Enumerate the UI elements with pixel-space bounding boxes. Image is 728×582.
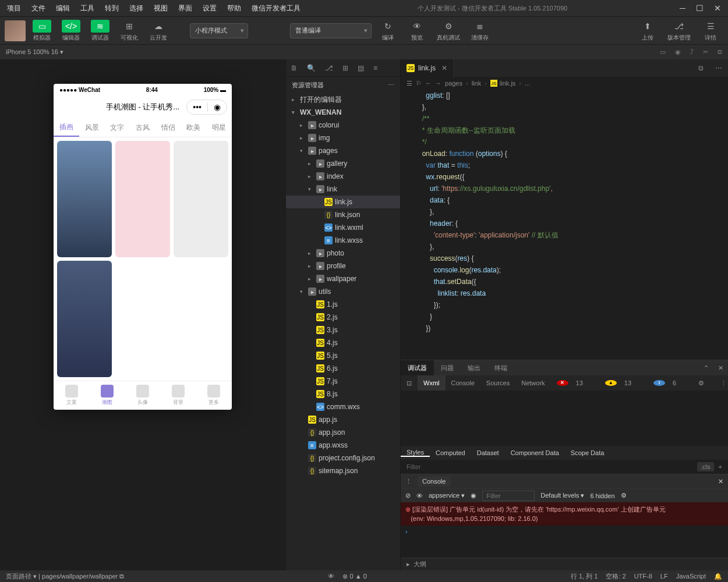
page-path[interactable]: 页面路径 ▾ | pages/wallpaper/wallpaper ⧉ xyxy=(6,572,124,581)
tree-item-colorui[interactable]: ▸▸colorui xyxy=(286,119,400,132)
console-prompt[interactable]: › xyxy=(401,526,728,537)
dbg-tab[interactable]: 输出 xyxy=(461,360,487,375)
close-tab-icon[interactable]: ✕ xyxy=(441,64,447,72)
visibility-icon[interactable]: 👁 xyxy=(328,573,334,580)
tree-item-link.js[interactable]: JSlink.js xyxy=(286,196,400,208)
tree-item-wallpaper[interactable]: ▸▸wallpaper xyxy=(286,272,400,285)
visual-button[interactable]: ⊞可视化 xyxy=(116,19,142,43)
menu-设置[interactable]: 设置 xyxy=(198,1,221,16)
compile-button[interactable]: ↻编译 xyxy=(375,19,401,43)
search-icon[interactable]: 🔍 xyxy=(307,64,316,72)
tree-item-8.js[interactable]: JS8.js xyxy=(286,388,400,400)
clear-console-icon[interactable]: ⊘ xyxy=(405,492,411,499)
capsule-button[interactable]: •••◉ xyxy=(186,100,227,115)
tree-item-sitemap.json[interactable]: {}sitemap.json xyxy=(286,464,400,477)
minimize-icon[interactable]: ─ xyxy=(680,3,685,13)
tree-item-utils[interactable]: ▾▸utils xyxy=(286,285,400,298)
copy-icon[interactable]: ⧉ xyxy=(718,48,722,56)
version-button[interactable]: ⎇版本管理 xyxy=(664,19,694,43)
files-icon[interactable]: 🗎 xyxy=(291,64,298,72)
styles-tab[interactable]: Scope Data xyxy=(565,449,610,456)
tree-item-link.wxss[interactable]: ≡link.wxss xyxy=(286,234,400,247)
db-icon[interactable]: ≡ xyxy=(373,64,377,72)
extension-icon[interactable]: ⊞ xyxy=(342,64,348,72)
filter-input[interactable]: Filter xyxy=(407,463,420,470)
sources-tab[interactable]: Sources xyxy=(480,375,515,391)
info-badge[interactable]: i6 xyxy=(648,379,688,386)
inspect-icon[interactable]: ⊡ xyxy=(401,375,418,391)
menu-选择[interactable]: 选择 xyxy=(125,1,148,16)
phone-tab[interactable]: 欧美 xyxy=(181,119,207,137)
menu-项目[interactable]: 项目 xyxy=(2,1,26,16)
phone-tab[interactable]: 古风 xyxy=(130,119,156,137)
phone-tab[interactable]: 文字 xyxy=(104,119,130,137)
tree-item-4.js[interactable]: JS4.js xyxy=(286,336,400,349)
more-icon[interactable]: ⋮ xyxy=(715,379,728,387)
cls-toggle[interactable]: .cls xyxy=(697,462,714,471)
wallpaper-tile[interactable] xyxy=(57,261,112,377)
tabbar-item[interactable]: 更多 xyxy=(196,381,232,410)
console-tab[interactable]: Console xyxy=(446,375,480,391)
compile-dropdown[interactable]: 普通编译 xyxy=(290,23,372,38)
dbg-tab[interactable]: 问题 xyxy=(434,360,461,375)
menu-编辑[interactable]: 编辑 xyxy=(51,1,75,16)
simulator-button[interactable]: ▭模拟器 xyxy=(29,19,55,43)
wallpaper-tile[interactable] xyxy=(57,141,112,257)
opened-editors-section[interactable]: ▸打开的编辑器 xyxy=(286,93,400,106)
hide-console-icon[interactable]: ⋮ xyxy=(405,478,412,485)
console-drawer-tab[interactable]: Console xyxy=(418,476,450,487)
back-icon[interactable]: ← xyxy=(425,80,432,87)
tabbar-item[interactable]: 头像 xyxy=(125,381,160,410)
console-settings-icon[interactable]: ⚙ xyxy=(621,492,627,499)
styles-tab[interactable]: Component Data xyxy=(505,449,565,456)
menu-文件[interactable]: 文件 xyxy=(27,1,50,16)
maximize-icon[interactable]: ☐ xyxy=(696,3,704,13)
tree-item-index[interactable]: ▸▸index xyxy=(286,170,400,183)
record-icon[interactable]: ◉ xyxy=(675,48,681,56)
tree-item-app.json[interactable]: {}app.json xyxy=(286,426,400,439)
settings-icon[interactable]: ⚙ xyxy=(692,379,710,387)
details-button[interactable]: ☰详情 xyxy=(698,19,723,43)
styles-tab[interactable]: Styles xyxy=(401,449,430,457)
eye-icon[interactable]: 👁 xyxy=(416,492,423,499)
editor-tab-linkjs[interactable]: JSlink.js✕ xyxy=(401,59,454,77)
flag-icon[interactable]: ⚐ xyxy=(416,80,422,87)
tree-item-pages[interactable]: ▾▸pages xyxy=(286,144,400,157)
more-icon[interactable]: ⋯ xyxy=(388,81,394,89)
cursor-position[interactable]: 行 1, 列 1 xyxy=(571,572,598,581)
problems-count[interactable]: ⊗ 0 ▲ 0 xyxy=(342,573,366,580)
bookmark-icon[interactable]: ☰ xyxy=(407,80,412,87)
live-icon[interactable]: ◉ xyxy=(471,492,476,499)
forward-icon[interactable]: → xyxy=(435,80,441,87)
tree-item-3.js[interactable]: JS3.js xyxy=(286,324,400,336)
menu-视图[interactable]: 视图 xyxy=(149,1,172,16)
close-debugger-icon[interactable]: ✕ xyxy=(713,360,728,375)
phone-tab[interactable]: 插画 xyxy=(54,119,79,137)
menu-界面[interactable]: 界面 xyxy=(174,1,197,16)
more-icon[interactable]: ⋯ xyxy=(709,64,728,72)
project-root[interactable]: ▾WX_WENAN xyxy=(286,106,400,119)
tabbar-item[interactable]: 文案 xyxy=(54,381,89,410)
tabbar-item[interactable]: 潮图 xyxy=(89,381,125,410)
tree-item-link[interactable]: ▾▸link xyxy=(286,183,400,196)
tree-item-2.js[interactable]: JS2.js xyxy=(286,311,400,324)
error-badge[interactable]: ✕13 xyxy=(551,379,595,386)
close-icon[interactable]: ✕ xyxy=(714,3,721,13)
add-style-icon[interactable]: + xyxy=(719,463,722,470)
tree-item-6.js[interactable]: JS6.js xyxy=(286,362,400,375)
clearcache-button[interactable]: ≣清缓存 xyxy=(467,19,493,43)
wallpaper-tile[interactable] xyxy=(174,261,228,377)
module-icon[interactable]: ▤ xyxy=(358,64,364,72)
wallpaper-tile[interactable] xyxy=(115,261,170,377)
outline-bar[interactable]: ▸大纲 xyxy=(401,558,728,570)
dbg-tab[interactable]: 终端 xyxy=(487,360,514,375)
phone-tab[interactable]: 明星 xyxy=(206,119,232,137)
menu-帮助[interactable]: 帮助 xyxy=(222,1,246,16)
tree-item-1.js[interactable]: JS1.js xyxy=(286,298,400,311)
tree-item-link.json[interactable]: {}link.json xyxy=(286,208,400,221)
tree-item-app.js[interactable]: JSapp.js xyxy=(286,413,400,426)
hidden-count[interactable]: 6 hidden xyxy=(590,492,614,499)
levels-dropdown[interactable]: Default levels ▾ xyxy=(540,492,584,499)
tree-item-gallery[interactable]: ▸▸gallery xyxy=(286,157,400,170)
preview-button[interactable]: 👁预览 xyxy=(404,19,430,43)
